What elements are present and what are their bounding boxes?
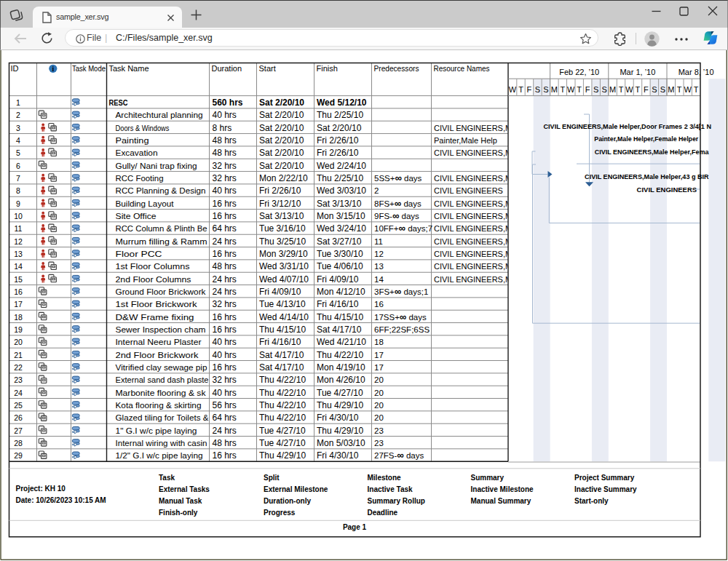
svg-text:Vitrified clay sewage pip: Vitrified clay sewage pip: [116, 363, 207, 372]
svg-text:CIVIL ENGINEERS,Male Helper: CIVIL ENGINEERS,Male Helper: [434, 275, 549, 284]
svg-text:7: 7: [16, 174, 20, 183]
svg-text:Wed 3/03/10: Wed 3/03/10: [317, 186, 366, 196]
svg-text:32 hrs: 32 hrs: [213, 375, 237, 385]
svg-text:Tue 3/30/10: Tue 3/30/10: [317, 249, 363, 259]
svg-text:17SS+∞ days: 17SS+∞ days: [374, 311, 427, 322]
svg-text:40 hrs: 40 hrs: [213, 186, 237, 196]
svg-text:2: 2: [374, 186, 379, 195]
svg-text:Fri 4/30/10: Fri 4/30/10: [317, 413, 359, 423]
svg-text:Start: Start: [259, 64, 276, 73]
svg-text:6: 6: [16, 162, 20, 170]
svg-text:Thu 4/22/10: Thu 4/22/10: [259, 400, 306, 410]
svg-text:Marbonite flooring & sk: Marbonite flooring & sk: [116, 389, 206, 397]
svg-text:Tue 4/27/10: Tue 4/27/10: [259, 438, 306, 448]
svg-text:21: 21: [14, 351, 23, 359]
svg-text:17: 17: [14, 300, 23, 309]
svg-text:Sat 2/20/10: Sat 2/20/10: [259, 98, 304, 108]
svg-text:16 hrs: 16 hrs: [213, 450, 237, 461]
svg-text:16 hrs: 16 hrs: [213, 312, 237, 322]
svg-text:14: 14: [14, 262, 23, 271]
svg-text:Resource Names: Resource Names: [434, 64, 490, 73]
svg-text:Tue 4/13/10: Tue 4/13/10: [259, 299, 306, 309]
svg-text:Date: 10/26/2023 10:15 AM: Date: 10/26/2023 10:15 AM: [16, 496, 106, 504]
svg-text:24 hrs: 24 hrs: [213, 236, 237, 247]
svg-text:CIVIL ENGINEERS,Male Helper: CIVIL ENGINEERS,Male Helper: [434, 124, 549, 132]
svg-text:3FS+∞ days;1: 3FS+∞ days;1: [374, 286, 428, 297]
svg-text:27: 27: [14, 426, 23, 435]
svg-text:13: 13: [374, 262, 384, 271]
svg-text:Wed 4/07/10: Wed 4/07/10: [259, 274, 309, 285]
svg-text:Inactive Milestone: Inactive Milestone: [471, 485, 534, 493]
svg-text:11: 11: [374, 237, 383, 246]
svg-text:12: 12: [374, 250, 384, 258]
svg-text:9FS-∞ days: 9FS-∞ days: [374, 210, 419, 221]
svg-text:560 hrs: 560 hrs: [213, 98, 243, 108]
svg-text:CIVIL ENGINEERS,Male Helper: CIVIL ENGINEERS,Male Helper: [434, 174, 549, 183]
svg-text:Thu 4/22/10: Thu 4/22/10: [317, 350, 363, 360]
svg-text:5SS+∞ days: 5SS+∞ days: [374, 172, 422, 183]
svg-text:48 hrs: 48 hrs: [213, 438, 237, 448]
svg-text:Manual Summary: Manual Summary: [471, 497, 531, 505]
svg-text:Deadline: Deadline: [368, 509, 398, 517]
svg-text:Sat 4/17/10: Sat 4/17/10: [317, 325, 362, 335]
svg-text:28: 28: [14, 439, 23, 447]
svg-text:48 hrs: 48 hrs: [213, 148, 237, 158]
svg-text:40 hrs: 40 hrs: [213, 350, 237, 360]
svg-text:8 hrs: 8 hrs: [213, 123, 232, 133]
svg-text:Site Office: Site Office: [116, 212, 157, 220]
svg-text:8FS+∞ days: 8FS+∞ days: [374, 198, 422, 209]
svg-text:56 hrs: 56 hrs: [213, 400, 237, 410]
svg-text:Mar 1, ’10: Mar 1, ’10: [620, 68, 655, 76]
svg-text:40 hrs: 40 hrs: [213, 110, 237, 120]
svg-text:S: S: [660, 85, 665, 94]
svg-text:W: W: [625, 85, 633, 94]
svg-text:6FF;22SF;6SS: 6FF;22SF;6SS: [374, 325, 430, 334]
svg-text:64 hrs: 64 hrs: [213, 413, 237, 423]
svg-text:Inactive Summary: Inactive Summary: [574, 485, 637, 493]
svg-text:Fri 3/12/10: Fri 3/12/10: [259, 199, 301, 209]
svg-text:RCC Column & Plinth Be: RCC Column & Plinth Be: [116, 224, 207, 233]
svg-text:Wed 4/21/10: Wed 4/21/10: [317, 337, 366, 347]
svg-text:S: S: [652, 85, 657, 94]
svg-text:Project Summary: Project Summary: [574, 474, 635, 482]
svg-text:10: 10: [14, 212, 23, 220]
svg-text:Sat 2/20/10: Sat 2/20/10: [259, 110, 304, 120]
svg-text:Milestone: Milestone: [368, 474, 402, 482]
svg-text:Architechtural planning: Architechtural planning: [116, 111, 203, 119]
svg-text:External Milestone: External Milestone: [264, 485, 328, 493]
svg-text:Fri 4/30/10: Fri 4/30/10: [317, 450, 359, 461]
svg-text:Sat 2/20/10: Sat 2/20/10: [317, 123, 362, 133]
svg-text:2nd Floor Columns: 2nd Floor Columns: [116, 275, 191, 284]
svg-text:24 hrs: 24 hrs: [213, 287, 237, 297]
svg-text:T: T: [694, 85, 699, 94]
svg-text:17: 17: [374, 351, 384, 359]
svg-text:Thu 4/22/10: Thu 4/22/10: [259, 388, 306, 398]
svg-text:Sat 2/20/10: Sat 2/20/10: [259, 161, 304, 171]
svg-text:CIVIL ENGINEERS,Male Helper: CIVIL ENGINEERS,Male Helper: [434, 262, 549, 271]
svg-text:Tue 4/06/10: Tue 4/06/10: [317, 261, 363, 271]
svg-text:Finish-only: Finish-only: [159, 509, 198, 517]
svg-text:Fri 2/26/10: Fri 2/26/10: [259, 186, 301, 196]
svg-text:ID: ID: [11, 64, 19, 73]
svg-text:Wed 2/24/10: Wed 2/24/10: [317, 161, 366, 171]
svg-text:S: S: [543, 85, 548, 94]
svg-text:CIVIL ENGINEERS,Male Helper: CIVIL ENGINEERS,Male Helper: [434, 237, 549, 246]
svg-text:Painter,Male Help: Painter,Male Help: [434, 136, 497, 145]
svg-text:1" G.I w/c pipe laying: 1" G.I w/c pipe laying: [116, 426, 197, 435]
svg-text:48 hrs: 48 hrs: [213, 261, 237, 271]
svg-text:M: M: [551, 85, 558, 94]
svg-text:Kota flooring & skirting: Kota flooring & skirting: [116, 401, 202, 410]
svg-text:Mon 4/12/10: Mon 4/12/10: [317, 287, 365, 297]
svg-text:Thu 4/29/10: Thu 4/29/10: [259, 450, 306, 461]
svg-text:S: S: [593, 85, 598, 94]
svg-text:1: 1: [16, 98, 20, 107]
svg-text:Progress: Progress: [264, 509, 296, 517]
svg-text:CIVIL ENGINEERS,Male Helper: CIVIL ENGINEERS,Male Helper: [434, 250, 549, 258]
svg-text:CIVIL ENGINEERS,Male Helper: CIVIL ENGINEERS,Male Helper: [434, 199, 549, 208]
svg-text:Murrum filling & Ramm: Murrum filling & Ramm: [116, 237, 207, 246]
svg-text:Painting: Painting: [116, 136, 149, 145]
svg-text:20: 20: [374, 389, 384, 397]
svg-text:Thu 4/22/10: Thu 4/22/10: [259, 413, 306, 423]
svg-text:Thu 2/25/10: Thu 2/25/10: [317, 173, 363, 183]
svg-text:M: M: [668, 85, 674, 94]
